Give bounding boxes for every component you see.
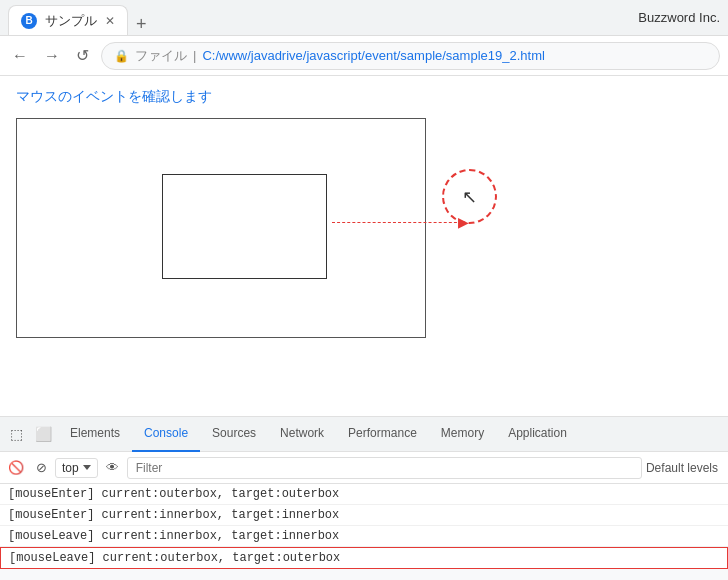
log-line-1: [mouseEnter] current:outerbox, target:ou… (0, 484, 728, 505)
arrow-container: ▶ (332, 214, 469, 230)
address-scheme: ファイル (135, 47, 187, 65)
chevron-down-icon (83, 465, 91, 470)
active-tab[interactable]: B サンプル ✕ (8, 5, 128, 35)
console-clear-icon[interactable]: 🚫 (4, 456, 28, 479)
context-label: top (62, 461, 79, 475)
tab-performance[interactable]: Performance (336, 417, 429, 452)
address-path: C:/www/javadrive/javascript/event/sample… (202, 48, 544, 63)
log-line-3: [mouseLeave] current:innerbox, target:in… (0, 526, 728, 547)
console-log: [mouseEnter] current:outerbox, target:ou… (0, 484, 728, 569)
tab-close-button[interactable]: ✕ (105, 14, 115, 28)
tab-memory[interactable]: Memory (429, 417, 496, 452)
tab-title: サンプル (45, 12, 97, 30)
browser-titlebar: B サンプル ✕ + Buzzword Inc. (0, 0, 728, 36)
tab-sources[interactable]: Sources (200, 417, 268, 452)
log-text-2: [mouseEnter] current:innerbox, target:in… (8, 508, 339, 522)
cursor-circle: ↖ (442, 169, 497, 224)
demo-area: ▶ ↖ (16, 118, 426, 338)
address-lock-icon: 🔒 (114, 49, 129, 63)
address-bar: ← → ↺ 🔒 ファイル | C:/www/javadrive/javascri… (0, 36, 728, 76)
tab-console[interactable]: Console (132, 417, 200, 452)
tabs-area: B サンプル ✕ + (8, 0, 155, 35)
devtools-tabs: ⬚ ⬜ Elements Console Sources Network Per… (0, 417, 728, 452)
log-text-1: [mouseEnter] current:outerbox, target:ou… (8, 487, 339, 501)
tab-network[interactable]: Network (268, 417, 336, 452)
main-content: マウスのイベントを確認します ▶ ↖ (0, 76, 728, 416)
new-tab-button[interactable]: + (128, 14, 155, 35)
log-text-4: [mouseLeave] current:outerbox, target:ou… (9, 551, 340, 565)
browser-title-right: Buzzword Inc. (638, 10, 720, 25)
log-line-4-highlighted: [mouseLeave] current:outerbox, target:ou… (0, 547, 728, 569)
outer-box (162, 174, 327, 279)
dashed-line (332, 222, 462, 223)
address-input[interactable]: 🔒 ファイル | C:/www/javadrive/javascript/eve… (101, 42, 720, 70)
default-levels-label: Default levels (646, 461, 724, 475)
back-button[interactable]: ← (8, 45, 32, 67)
cursor-icon: ↖ (462, 186, 477, 208)
tab-elements[interactable]: Elements (58, 417, 132, 452)
forward-button[interactable]: → (40, 45, 64, 67)
reload-button[interactable]: ↺ (72, 44, 93, 67)
log-line-2: [mouseEnter] current:innerbox, target:in… (0, 505, 728, 526)
console-toolbar: 🚫 ⊘ top 👁 Default levels (0, 452, 728, 484)
eye-icon[interactable]: 👁 (102, 456, 123, 479)
devtools-mobile-icon[interactable]: ⬜ (29, 420, 58, 448)
context-selector[interactable]: top (55, 458, 98, 478)
filter-input[interactable] (127, 457, 642, 479)
tab-application[interactable]: Application (496, 417, 579, 452)
console-filter-icon[interactable]: ⊘ (32, 456, 51, 479)
page-title: マウスのイベントを確認します (16, 88, 712, 106)
devtools-inspect-icon[interactable]: ⬚ (4, 420, 29, 448)
log-text-3: [mouseLeave] current:innerbox, target:in… (8, 529, 339, 543)
address-separator: | (193, 48, 196, 63)
devtools-panel: ⬚ ⬜ Elements Console Sources Network Per… (0, 416, 728, 580)
tab-favicon: B (21, 13, 37, 29)
